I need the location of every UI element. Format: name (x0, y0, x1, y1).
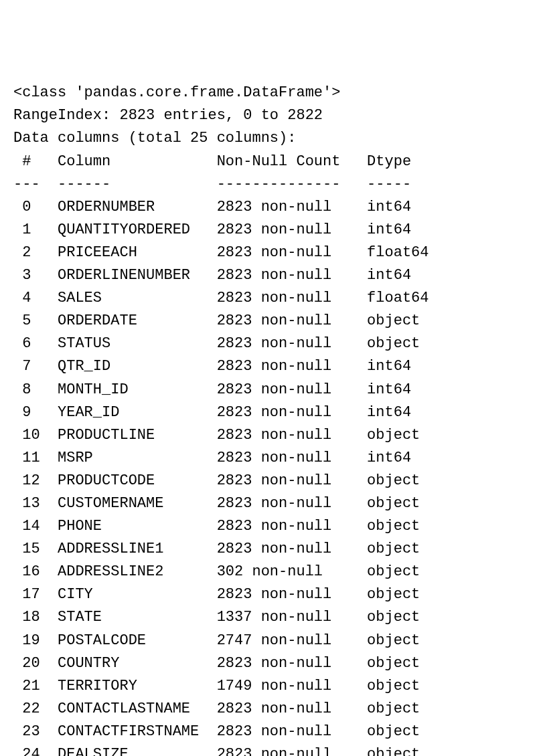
columns-divider-row: --- ------ -------------- ----- (13, 176, 411, 193)
range-index-line: RangeIndex: 2823 entries, 0 to 2822 (13, 107, 323, 124)
df-info-output: <class 'pandas.core.frame.DataFrame'> Ra… (13, 82, 545, 756)
columns-header-row: # Column Non-Null Count Dtype (13, 153, 411, 170)
columns-body: 0 ORDERNUMBER 2823 non-null int64 1 QUAN… (13, 199, 429, 756)
data-columns-line: Data columns (total 25 columns): (13, 130, 296, 147)
class-line: <class 'pandas.core.frame.DataFrame'> (13, 84, 340, 101)
